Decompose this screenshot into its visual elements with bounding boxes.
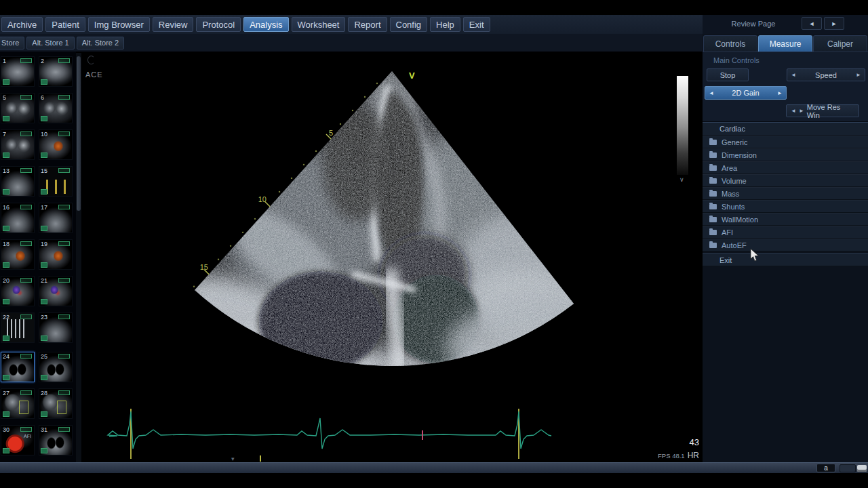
move-res-win-label: Move Res Win (807, 103, 854, 119)
thumbnail-15[interactable]: 15 (39, 166, 73, 197)
thumbnail-number: 27 (3, 390, 9, 396)
keyboard-icon[interactable] (857, 465, 867, 472)
thumbnail-27[interactable]: 27 (1, 388, 35, 419)
thumbnail-status-chip (3, 411, 9, 417)
move-left-arrow-icon[interactable]: ◄ (791, 108, 796, 114)
menu-item-protocol[interactable]: Protocol (196, 17, 241, 32)
thumbnail-status-chip (3, 79, 9, 85)
gain-control[interactable]: ◄ 2D Gain ► (705, 86, 787, 100)
thumbnail-21[interactable]: 21 (39, 276, 73, 306)
gain-increase-arrow-icon[interactable]: ► (777, 90, 783, 96)
thumbnail-2[interactable]: 2 (39, 56, 73, 87)
list-item-dimension[interactable]: Dimension (703, 148, 868, 161)
thumbnail-tag-badge (58, 241, 70, 246)
thumbnail-20[interactable]: 20 (1, 276, 35, 306)
tab-measure[interactable]: Measure (758, 35, 812, 52)
thumbnail-19[interactable]: 19 (39, 239, 73, 270)
speed-increase-arrow-icon[interactable]: ► (856, 72, 861, 78)
menu-item-patient[interactable]: Patient (45, 17, 85, 32)
list-item-label: Volume (722, 177, 747, 185)
store-item-alt-store-1[interactable]: Alt. Store 1 (26, 37, 74, 49)
thumbnail-number: 25 (41, 353, 47, 360)
list-item-label: AutoEF (722, 241, 747, 249)
folder-icon (709, 140, 717, 145)
keyboard-layout-button[interactable]: a (816, 464, 835, 472)
thumbnail-7[interactable]: 7 (1, 129, 35, 160)
thumbnail-30[interactable]: 30AFI (1, 425, 35, 455)
thumbnail-tag-badge (20, 390, 32, 395)
review-page-prev-button[interactable]: ◄ (802, 17, 822, 30)
menu-item-config[interactable]: Config (390, 17, 428, 32)
thumbnail-18[interactable]: 18 (1, 239, 35, 270)
list-item-afi[interactable]: AFI (703, 226, 868, 239)
thumbnail-status-chip (41, 375, 47, 380)
thumbnail-31[interactable]: 31 (39, 425, 73, 455)
list-item-shunts[interactable]: Shunts (703, 200, 868, 213)
thumbnail-17[interactable]: 17 (39, 203, 73, 233)
gain-decrease-arrow-icon[interactable]: ◄ (709, 90, 714, 96)
menu-item-help[interactable]: Help (430, 17, 460, 32)
thumbnail-status-chip (3, 299, 9, 304)
thumbnail-status-chip (41, 226, 47, 231)
menu-item-review[interactable]: Review (153, 17, 194, 32)
review-page-title: Review Page (703, 20, 804, 28)
thumbnail-status-chip (41, 448, 47, 453)
thumbnail-scrollbar[interactable] (76, 53, 81, 462)
grayscale-bar (677, 76, 688, 175)
thumbnail-number: 28 (41, 390, 47, 396)
thumbnail-6[interactable]: 6 (39, 93, 73, 123)
store-item-store[interactable]: Store (0, 37, 24, 49)
list-item-wallmotion[interactable]: WallMotion (703, 213, 868, 226)
scrub-chevron-icon[interactable]: ▾ (231, 455, 235, 462)
folder-icon (709, 191, 717, 197)
speed-decrease-arrow-icon[interactable]: ◄ (791, 72, 796, 78)
list-item-cardiac[interactable]: Cardiac (703, 122, 868, 136)
menu-item-worksheet[interactable]: Worksheet (292, 17, 346, 32)
folder-icon (709, 152, 717, 158)
stop-button[interactable]: Stop (707, 68, 749, 81)
menu-item-exit[interactable]: Exit (463, 17, 490, 32)
review-page-next-button[interactable]: ► (824, 17, 844, 30)
thumbnail-number: 20 (3, 277, 9, 284)
move-res-win-control[interactable]: ◄ ► Move Res Win (786, 104, 859, 117)
taskbar-dim-button[interactable] (840, 464, 856, 472)
main-controls-section: Main Controls Stop ◄ Speed ► ◄ 2D Gain ►… (703, 52, 868, 122)
menu-item-report[interactable]: Report (348, 17, 387, 32)
thumbnail-status-chip (3, 226, 9, 231)
move-right-arrow-icon[interactable]: ► (799, 108, 804, 114)
speed-control[interactable]: ◄ Speed ► (787, 68, 865, 81)
thumbnail-28[interactable]: 28 (39, 388, 73, 419)
list-item-area[interactable]: Area (703, 161, 868, 174)
tab-controls[interactable]: Controls (703, 35, 757, 52)
thumbnail-24[interactable]: 24 (1, 352, 35, 382)
thumbnail-tag-badge (58, 314, 70, 319)
thumbnail-23[interactable]: 23 (39, 312, 73, 343)
probe-icon (87, 56, 95, 64)
list-item-generic[interactable]: Generic (703, 136, 868, 148)
thumbnail-1[interactable]: 1 (1, 56, 35, 87)
list-item-volume[interactable]: Volume (703, 174, 868, 187)
thumbnail-tag-badge (20, 168, 32, 173)
thumbnail-5[interactable]: 5 (1, 93, 35, 123)
thumbnail-25[interactable]: 25 (39, 352, 73, 382)
probe-label: ACE (85, 70, 103, 79)
list-item-exit[interactable]: Exit (703, 253, 868, 266)
thumbnail-tag-badge (58, 205, 70, 209)
thumbnail-tag-badge (20, 241, 32, 246)
thumbnail-13[interactable]: 13 (1, 166, 35, 197)
tab-caliper[interactable]: Caliper (813, 35, 867, 52)
thumbnail-number: 16 (3, 204, 9, 211)
menu-item-img-browser[interactable]: Img Browser (88, 17, 150, 32)
thumbnail-16[interactable]: 16 (1, 203, 35, 233)
list-item-autoef[interactable]: AutoEF (703, 239, 868, 251)
thumbnail-status-chip (3, 336, 9, 341)
menu-item-archive[interactable]: Archive (1, 17, 43, 32)
store-item-alt-store-2[interactable]: Alt. Store 2 (77, 37, 124, 49)
thumbnail-10[interactable]: 10 (39, 129, 73, 160)
thumbnail-22[interactable]: 22 (1, 312, 35, 343)
thumbnail-afi-label: AFI (24, 434, 31, 439)
scrollbar-thumb[interactable] (77, 56, 81, 211)
list-item-mass[interactable]: Mass (703, 187, 868, 200)
speed-label: Speed (815, 71, 837, 79)
menu-item-analysis[interactable]: Analysis (243, 17, 288, 32)
